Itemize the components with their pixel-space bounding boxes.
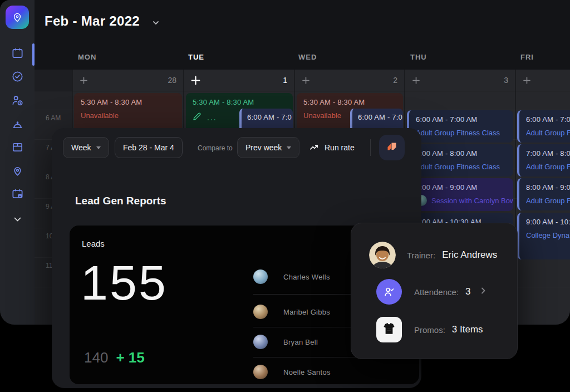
trend-up-icon xyxy=(309,142,320,153)
event-time: 6:00 AM - 7:0 xyxy=(526,115,570,124)
day-number: 28 xyxy=(168,76,176,85)
location-pin-icon xyxy=(11,164,24,177)
compare-dropdown[interactable]: Prev week xyxy=(237,137,299,158)
lead-person-name: Maribel Gibbs xyxy=(283,308,330,316)
person-clock-icon xyxy=(11,94,24,107)
avatar xyxy=(253,270,268,284)
calendar-icon xyxy=(11,47,24,60)
event-thu-1[interactable]: 6:00 AM - 7:00 AM Adult Group Fitness Cl… xyxy=(407,110,513,143)
event-title: Adult Group Fitness Class xyxy=(416,129,507,137)
time-label: 6 AM xyxy=(46,114,71,122)
compare-dropdown-value: Prev week xyxy=(245,143,282,152)
day-label-tue: TUE xyxy=(188,53,204,61)
sidebar xyxy=(0,0,35,325)
event-fri-2[interactable]: 7:00 AM - 8:0 Adult Group F xyxy=(517,144,570,177)
day-cell-gutter xyxy=(35,70,72,91)
add-event-icon[interactable] xyxy=(191,76,200,85)
event-time: 9:00 AM - 10: xyxy=(526,218,570,226)
sidebar-item-packages[interactable] xyxy=(0,137,35,156)
day-number: 2 xyxy=(393,76,397,85)
period-dropdown[interactable]: Week xyxy=(63,137,109,158)
add-event-icon[interactable] xyxy=(80,76,88,85)
person-check-icon xyxy=(376,279,402,305)
app-logo[interactable] xyxy=(6,6,29,29)
sidebar-item-clients[interactable] xyxy=(0,91,35,110)
screenshot-root: Feb - Mar 2022 MON TUE WED THU FRI 28 1 … xyxy=(0,0,570,392)
trainer-row: Trainer: Eric Andrews xyxy=(351,242,518,268)
add-event-icon[interactable] xyxy=(523,76,531,85)
event-title: Session with Carolyn Bow xyxy=(431,197,513,205)
leads-stats: 140 + 15 xyxy=(84,349,145,366)
day-cell-thu[interactable]: 3 xyxy=(405,70,515,91)
leads-value: 155 xyxy=(81,254,168,311)
day-label-thu: THU xyxy=(410,53,427,61)
day-cell-wed[interactable]: 2 xyxy=(295,70,404,91)
event-time: 5:30 AM - 8:30 AM xyxy=(303,98,396,106)
lead-person-name: Charles Wells xyxy=(283,273,330,281)
sidebar-item-locations[interactable] xyxy=(0,161,35,180)
trainer-name: Eric Andrews xyxy=(442,249,497,261)
leads-delta: + 15 xyxy=(116,349,144,366)
date-range-value: Feb 28 - Mar 4 xyxy=(123,143,174,152)
day-label-wed: WED xyxy=(298,53,317,61)
service-bell-icon xyxy=(11,118,24,131)
chevron-down-icon[interactable] xyxy=(151,18,160,30)
day-cell-fri[interactable] xyxy=(516,70,570,91)
integration-button[interactable] xyxy=(379,135,405,160)
promos-label: Promos: xyxy=(414,325,445,335)
sidebar-item-calendar[interactable] xyxy=(0,43,35,62)
chevron-down-icon xyxy=(11,213,24,226)
lead-person-name: Noelle Santos xyxy=(283,368,331,376)
event-time: 8:00 AM - 9:0 xyxy=(526,183,570,192)
attendance-value: 3 xyxy=(465,286,470,297)
event-title: Adult Group Fitness Class xyxy=(416,163,507,171)
event-fri-4[interactable]: 9:00 AM - 10: College Dyna xyxy=(517,213,570,259)
pencil-icon[interactable] xyxy=(193,112,202,122)
event-title: Unavailable xyxy=(81,111,175,120)
date-range-button[interactable]: Feb 28 - Mar 4 xyxy=(115,137,183,158)
chevron-right-icon[interactable] xyxy=(479,287,487,297)
lead-person-row[interactable]: Noelle Santos xyxy=(253,360,404,384)
event-thu-session[interactable]: 8:00 AM - 9:00 AM Session with Carolyn B… xyxy=(407,178,513,211)
event-time: 6:00 AM - 7:0 xyxy=(358,113,397,121)
sidebar-item-services[interactable] xyxy=(0,115,35,134)
event-time: 8:00 AM - 9:00 AM xyxy=(416,183,507,192)
add-event-icon[interactable] xyxy=(412,76,420,85)
promos-value: 3 Items xyxy=(452,324,483,335)
chevron-down-icon xyxy=(96,146,101,149)
logo-block-icon xyxy=(385,141,399,154)
day-number: 3 xyxy=(504,76,508,85)
location-pin-logo-icon xyxy=(12,12,23,23)
trainer-info-card: Trainer: Eric Andrews Attendence: 3 Prom… xyxy=(351,223,518,359)
event-title: Adult Group F xyxy=(526,129,570,137)
event-more[interactable]: ... xyxy=(207,113,217,122)
event-fri-3[interactable]: 8:00 AM - 9:0 Adult Group F xyxy=(517,178,570,210)
event-time: 7:00 AM - 8:0 xyxy=(526,149,570,158)
tshirt-promo-icon xyxy=(376,317,402,342)
day-number: 1 xyxy=(283,76,287,85)
run-rate-toggle[interactable]: Run rate xyxy=(309,142,355,153)
event-thu-2[interactable]: 7:00 AM - 8:00 AM Adult Group Fitness Cl… xyxy=(407,144,513,177)
day-cell-mon[interactable]: 28 xyxy=(73,70,183,91)
attendance-label: Attendence: xyxy=(414,287,459,297)
day-label-mon: MON xyxy=(78,53,96,61)
chevron-down-icon xyxy=(287,146,291,149)
promos-row[interactable]: Promos: 3 Items xyxy=(351,316,518,343)
sidebar-item-tasks[interactable] xyxy=(0,67,35,86)
sidebar-more[interactable] xyxy=(0,209,35,228)
attendance-row[interactable]: Attendence: 3 xyxy=(351,278,518,305)
day-cell-tue[interactable]: 1 xyxy=(184,70,294,91)
page-title: Feb - Mar 2022 xyxy=(45,13,140,29)
event-title: Adult Group F xyxy=(526,197,570,205)
day-label-fri: FRI xyxy=(520,53,534,61)
lead-person-name: Bryan Bell xyxy=(283,338,318,346)
event-time: 6:00 AM - 7:0 xyxy=(247,113,287,121)
event-time: 5:30 AM - 8:30 AM xyxy=(81,98,175,106)
period-dropdown-value: Week xyxy=(71,143,91,152)
sidebar-item-bookings[interactable] xyxy=(0,184,35,203)
event-fri-1[interactable]: 6:00 AM - 7:0 Adult Group F xyxy=(517,110,570,143)
event-time: 6:00 AM - 7:00 AM xyxy=(416,115,507,124)
compare-to-label: Compare to xyxy=(198,144,233,152)
event-time: 5:30 AM - 8:30 AM xyxy=(193,98,286,106)
add-event-icon[interactable] xyxy=(302,76,310,85)
